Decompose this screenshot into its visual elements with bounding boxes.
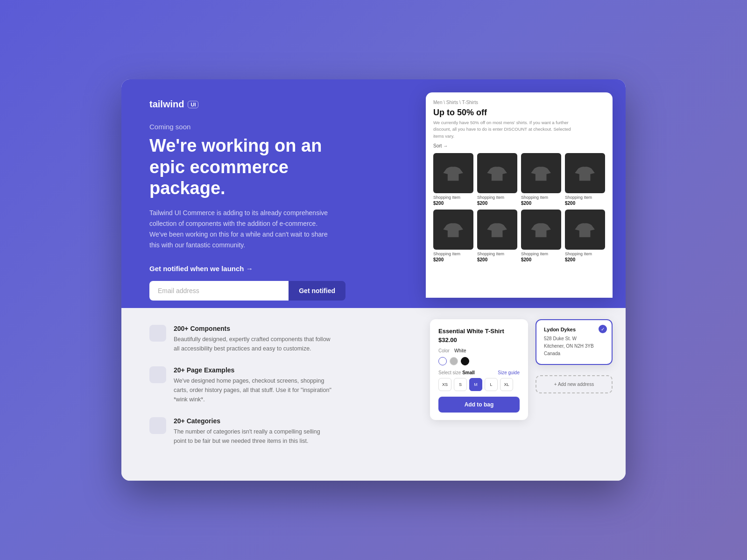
product-grid: Shopping Item $200 Shopping Item $200 (433, 153, 605, 262)
headline: We're working on an epic ecommerce packa… (149, 135, 360, 199)
product-image (521, 210, 561, 250)
product-name: Shopping Item (433, 195, 460, 200)
components-icon (149, 325, 166, 342)
product-name: Shopping Item (565, 195, 592, 200)
color-swatches (438, 357, 520, 365)
product-image (521, 153, 561, 193)
product-name: Shopping Item (521, 252, 548, 256)
product-image (565, 210, 605, 250)
description: Tailwind UI Commerce is adding to its al… (149, 208, 336, 251)
size-l[interactable]: L (485, 378, 498, 391)
list-item[interactable]: Shopping Item $200 (477, 210, 517, 262)
add-new-address-button[interactable]: + Add new address (536, 375, 613, 393)
product-price: $200 (521, 257, 531, 262)
product-price: $200 (477, 201, 487, 206)
color-label: Color (438, 348, 450, 353)
logo-text: tailwind (149, 99, 184, 110)
product-name: Shopping Item (565, 252, 592, 256)
size-label-row: Select size Small Size guide (438, 370, 520, 375)
product-detail-card: Essential White T-Shirt $32.00 Color Whi… (430, 319, 528, 420)
feature-item-components: 200+ Components Beautifully designed, ex… (149, 325, 360, 353)
size-xl[interactable]: XL (500, 378, 513, 391)
size-m[interactable]: M (469, 378, 482, 391)
address-card: ✓ Lydon Dykes 528 Duke St. W Kitchener, … (536, 319, 613, 365)
product-name: Shopping Item (521, 195, 548, 200)
address-column: ✓ Lydon Dykes 528 Duke St. W Kitchener, … (536, 319, 613, 393)
product-image (477, 210, 517, 250)
product-price: $200 (521, 201, 531, 206)
product-detail-name: Essential White T-Shirt (438, 328, 520, 335)
product-price: $200 (433, 257, 444, 262)
list-item[interactable]: Shopping Item $200 (521, 210, 561, 262)
list-item[interactable]: Shopping Item $200 (565, 153, 605, 206)
swatch-white[interactable] (438, 357, 447, 365)
list-item[interactable]: Shopping Item $200 (433, 153, 473, 206)
product-price: $200 (433, 201, 444, 206)
feature-text: 20+ Page Examples We've designed home pa… (174, 366, 332, 404)
product-price: $200 (565, 201, 575, 206)
feature-title: 20+ Categories (174, 417, 332, 425)
notify-link[interactable]: Get notified when we launch → (149, 265, 360, 273)
ecommerce-preview-card: Men \ Shirts \ T-Shirts Up to 50% off We… (426, 92, 613, 298)
features-list: 200+ Components Beautifully designed, ex… (121, 308, 384, 481)
size-label: Select size Small (438, 370, 475, 375)
product-price: $200 (477, 257, 487, 262)
sort-label: Sort → (433, 143, 448, 148)
breadcrumb: Men \ Shirts \ T-Shirts (433, 100, 605, 105)
list-item[interactable]: Shopping Item $200 (477, 153, 517, 206)
feature-desc: The number of categories isn't really a … (174, 427, 332, 446)
size-guide[interactable]: Size guide (498, 370, 520, 375)
swatch-black[interactable] (461, 357, 469, 365)
address-check-icon: ✓ (599, 325, 607, 333)
product-name: Shopping Item (477, 252, 504, 256)
address-line2: Kitchener, ON N2H 3YB (544, 343, 604, 350)
list-item[interactable]: Shopping Item $200 (433, 210, 473, 262)
left-panel: tailwind UI Coming soon We're working on… (121, 79, 384, 308)
top-section: tailwind UI Coming soon We're working on… (121, 79, 626, 308)
product-image (477, 153, 517, 193)
add-to-bag-button[interactable]: Add to bag (438, 397, 520, 413)
product-price: $200 (565, 257, 575, 262)
email-row: Get notified (149, 281, 345, 301)
address-line3: Canada (544, 350, 604, 357)
product-name: Shopping Item (433, 252, 460, 256)
color-value: White (454, 348, 466, 353)
product-name: Shopping Item (477, 195, 504, 200)
pages-icon (149, 366, 166, 383)
product-image (565, 153, 605, 193)
ui-badge: UI (188, 101, 198, 108)
categories-icon (149, 417, 166, 434)
feature-item-categories: 20+ Categories The number of categories … (149, 417, 360, 446)
feature-title: 200+ Components (174, 325, 332, 332)
coming-soon-label: Coming soon (149, 123, 360, 131)
feature-desc: Beautifully designed, expertly crafted c… (174, 335, 332, 353)
list-item[interactable]: Shopping Item $200 (565, 210, 605, 262)
bottom-section: 200+ Components Beautifully designed, ex… (121, 308, 626, 481)
product-image (433, 153, 473, 193)
address-name: Lydon Dykes (544, 327, 604, 332)
main-card: tailwind UI Coming soon We're working on… (121, 79, 626, 481)
feature-desc: We've designed home pages, checkout scre… (174, 376, 332, 404)
color-row: Color White (438, 348, 520, 353)
swatch-gray[interactable] (450, 357, 458, 365)
sale-title: Up to 50% off (433, 108, 605, 118)
product-detail-price: $32.00 (438, 336, 520, 343)
sale-description: We currently have 50% off on most mens' … (433, 119, 573, 140)
size-xs[interactable]: XS (438, 378, 451, 391)
get-notified-button[interactable]: Get notified (289, 281, 345, 301)
feature-title: 20+ Page Examples (174, 366, 332, 374)
size-buttons: XS S M L XL (438, 378, 520, 391)
right-panel: Men \ Shirts \ T-Shirts Up to 50% off We… (384, 79, 626, 308)
bottom-right-panel: Essential White T-Shirt $32.00 Color Whi… (384, 308, 626, 481)
feature-text: 20+ Categories The number of categories … (174, 417, 332, 446)
email-input[interactable] (149, 281, 289, 301)
address-line1: 528 Duke St. W (544, 335, 604, 343)
feature-text: 200+ Components Beautifully designed, ex… (174, 325, 332, 353)
product-image (433, 210, 473, 250)
list-item[interactable]: Shopping Item $200 (521, 153, 561, 206)
feature-item-pages: 20+ Page Examples We've designed home pa… (149, 366, 360, 404)
logo-row: tailwind UI (149, 99, 360, 110)
sort-row[interactable]: Sort → (433, 143, 605, 148)
size-s[interactable]: S (454, 378, 467, 391)
